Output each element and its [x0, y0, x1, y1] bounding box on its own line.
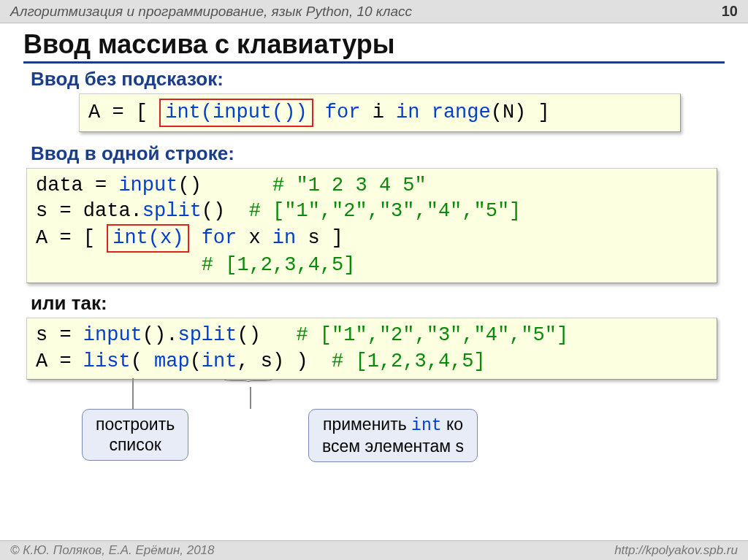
section-2-label: Ввод в одной строке: — [31, 142, 725, 165]
course-title: Алгоритмизация и программирование, язык … — [10, 4, 412, 20]
code-block-2: data = input() # "1 2 3 4 5" s = data.sp… — [26, 168, 717, 283]
pointer-line — [132, 378, 134, 409]
section-1-label: Ввод без подсказок: — [31, 68, 725, 91]
slide-header: Алгоритмизация и программирование, язык … — [0, 0, 748, 23]
callout-build-list: построить список — [82, 409, 188, 461]
page-number: 10 — [722, 3, 738, 20]
section-3-label: или так: — [31, 292, 725, 315]
callouts-area: ︸ построить список применить int ко всем… — [23, 394, 725, 482]
brace-icon: ︸ — [223, 375, 269, 388]
footer-url: http://kpolyakov.spb.ru — [614, 543, 738, 558]
slide-body: Ввод массива с клавиатуры Ввод без подск… — [0, 23, 748, 482]
callout-apply-int: применить int ко всем элементам s — [308, 409, 478, 463]
slide-footer: © К.Ю. Поляков, Е.А. Ерёмин, 2018 http:/… — [0, 540, 748, 560]
slide-title: Ввод массива с клавиатуры — [23, 29, 725, 64]
highlight-box: int(x) — [107, 224, 189, 253]
code-block-1: A = [ int(input()) for i in range(N) ] — [79, 93, 681, 132]
copyright: © К.Ю. Поляков, Е.А. Ерёмин, 2018 — [10, 543, 215, 558]
pointer-line — [250, 387, 251, 409]
code-block-3: s = input().split() # ["1","2","3","4","… — [26, 318, 717, 379]
highlight-box: int(input()) — [159, 99, 313, 127]
